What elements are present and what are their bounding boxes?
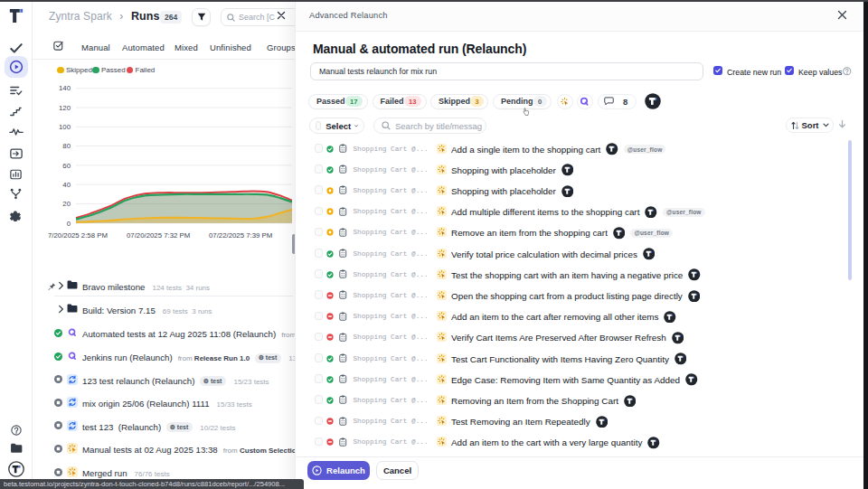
svg-text:120: 120 <box>59 104 71 112</box>
svg-text:07/20/2025 7:32 PM: 07/20/2025 7:32 PM <box>127 231 190 240</box>
svg-text:20: 20 <box>62 200 71 208</box>
svg-text:7/20/2025 2:58 PM: 7/20/2025 2:58 PM <box>48 231 108 240</box>
svg-text:140: 140 <box>59 84 71 92</box>
svg-text:07/22/2025 7:39 PM: 07/22/2025 7:39 PM <box>209 231 272 240</box>
svg-text:80: 80 <box>62 142 71 150</box>
svg-text:100: 100 <box>59 123 71 131</box>
svg-text:40: 40 <box>62 181 71 189</box>
svg-text:60: 60 <box>62 162 71 170</box>
svg-text:0: 0 <box>67 220 71 228</box>
